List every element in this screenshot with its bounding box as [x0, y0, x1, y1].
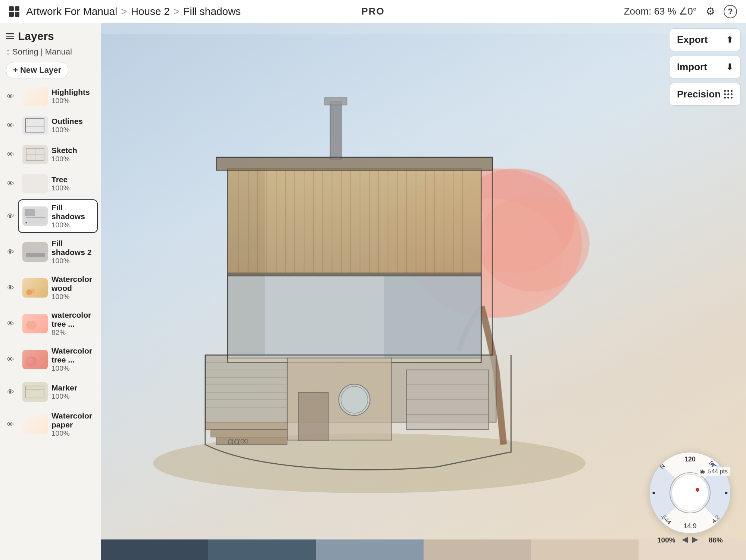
layer-eye-0[interactable]: 👁: [3, 89, 18, 104]
layer-item-7[interactable]: watercolor tree ...82%: [18, 307, 98, 340]
svg-rect-54: [216, 157, 493, 170]
layer-item-3[interactable]: Tree100%: [18, 170, 98, 197]
layer-thumb-5: [22, 242, 48, 262]
layer-name-6: Watercolor wood: [51, 275, 93, 293]
svg-rect-53: [228, 168, 481, 273]
svg-rect-7: [25, 209, 35, 216]
layer-item-0[interactable]: Highlights100%: [18, 83, 98, 110]
layer-row-2: 👁Sketch100%: [3, 141, 98, 168]
layer-name-10: Watercolor paper: [51, 411, 93, 429]
layer-name-2: Sketch: [51, 146, 93, 155]
wheel-right-nav[interactable]: ▶: [692, 535, 698, 544]
layer-eye-4[interactable]: 👁: [3, 209, 18, 224]
wheel-100-label: 100%: [657, 536, 675, 544]
layer-eye-9[interactable]: 👁: [3, 385, 18, 399]
layer-item-4[interactable]: ■Fill shadows100%: [18, 199, 98, 233]
layer-thumb-3: [22, 174, 48, 193]
layer-item-6[interactable]: Watercolor wood100%: [18, 271, 98, 305]
svg-rect-78: [216, 437, 287, 445]
color-strip: [101, 539, 746, 560]
layer-row-3: 👁Tree100%: [3, 170, 98, 197]
export-button[interactable]: Export ⬆: [669, 28, 741, 51]
layer-eye-8[interactable]: 👁: [3, 352, 18, 367]
layer-row-7: 👁watercolor tree ...82%: [3, 307, 98, 340]
top-bar: Artwork For Manual > House 2 > Fill shad…: [0, 0, 746, 23]
layer-row-9: 👁Marker100%: [3, 379, 98, 405]
layer-eye-3[interactable]: 👁: [3, 176, 18, 191]
color-swatch-4[interactable]: [531, 539, 639, 560]
layer-item-10[interactable]: Watercolor paper100%: [18, 408, 98, 441]
breadcrumb: Artwork For Manual > House 2 > Fill shad…: [26, 6, 241, 18]
zoom-label: Zoom: 63 % ∠0°: [624, 6, 697, 17]
layer-opacity-4: 100%: [51, 221, 93, 229]
svg-text:⊢: ⊢: [27, 121, 29, 124]
layer-name-3: Tree: [51, 175, 93, 184]
wheel-bottom-label: 14,9: [683, 522, 696, 530]
svg-rect-10: [26, 253, 45, 257]
hamburger-icon[interactable]: [6, 33, 14, 39]
layer-eye-10[interactable]: 👁: [3, 417, 18, 432]
layer-eye-2[interactable]: 👁: [3, 147, 18, 162]
color-swatch-3[interactable]: [424, 539, 531, 560]
wheel-left-nav[interactable]: ◀: [682, 535, 688, 544]
new-layer-button[interactable]: + New Layer: [6, 62, 68, 78]
breadcrumb-part3[interactable]: Fill shadows: [183, 6, 241, 18]
layer-item-2[interactable]: Sketch100%: [18, 141, 98, 168]
layer-eye-5[interactable]: 👁: [3, 245, 18, 259]
layer-row-8: 👁Watercolor tree ...100%: [3, 343, 98, 376]
color-swatch-2[interactable]: [316, 539, 423, 560]
layer-opacity-6: 100%: [51, 293, 93, 301]
layer-item-8[interactable]: Watercolor tree ...100%: [18, 343, 98, 376]
wheel-left-bottom-label: .544: [659, 513, 672, 526]
svg-rect-16: [25, 386, 44, 398]
sidebar-header: Layers: [0, 23, 101, 46]
layer-thumb-8: [22, 350, 48, 369]
sorting-button[interactable]: ↕ Sorting | Manual: [6, 47, 72, 57]
layer-name-8: Watercolor tree ...: [51, 346, 93, 364]
layer-eye-6[interactable]: 👁: [3, 280, 18, 295]
layer-thumb-0: [22, 87, 48, 106]
layers-title: Layers: [18, 30, 54, 43]
layer-eye-7[interactable]: 👁: [3, 316, 18, 331]
help-icon[interactable]: ?: [724, 5, 737, 18]
color-swatch-0[interactable]: [101, 539, 208, 560]
layer-name-9: Marker: [51, 383, 93, 392]
layers-list: 👁Highlights100%👁⊢Outlines100%👁Sketch100%…: [0, 83, 101, 560]
layer-item-1[interactable]: ⊢Outlines100%: [18, 112, 98, 139]
svg-point-12: [31, 289, 35, 293]
wheel-dot: [696, 488, 699, 492]
precision-button[interactable]: Precision: [669, 83, 741, 106]
breadcrumb-part1[interactable]: Artwork For Manual: [26, 6, 117, 18]
layer-opacity-2: 100%: [51, 155, 93, 163]
breadcrumb-part2[interactable]: House 2: [131, 6, 170, 18]
layer-thumb-6: [22, 278, 48, 298]
svg-point-15: [25, 357, 33, 363]
precision-wheel[interactable]: 120 81,1 ● 4,2 14,9 .544 ● N ↖ ◉ .544 pt…: [649, 452, 731, 534]
wheel-inner: ◉ .544 pts: [671, 474, 709, 511]
layer-opacity-7: 82%: [51, 329, 93, 337]
layer-item-5[interactable]: Fill shadows 2100%: [18, 235, 98, 269]
wheel-top-label: 120: [684, 455, 696, 463]
grid-dots-icon: [724, 90, 733, 99]
sidebar: Layers ↕ Sorting | Manual + New Layer 👁H…: [0, 23, 101, 560]
wheel-circle[interactable]: 120 81,1 ● 4,2 14,9 .544 ● N ↖ ◉ .544 pt…: [649, 452, 731, 534]
layer-opacity-10: 100%: [51, 429, 93, 438]
color-swatch-1[interactable]: [208, 539, 316, 560]
layer-opacity-5: 100%: [51, 257, 93, 265]
gear-icon[interactable]: ⚙: [703, 5, 717, 18]
layer-eye-1[interactable]: 👁: [3, 118, 18, 133]
svg-rect-80: [384, 276, 481, 358]
layer-name-5: Fill shadows 2: [51, 239, 93, 257]
layer-thumb-1: ⊢: [22, 116, 48, 135]
layer-name-7: watercolor tree ...: [51, 311, 93, 329]
layer-row-0: 👁Highlights100%: [3, 83, 98, 110]
svg-rect-55: [330, 101, 341, 159]
pro-badge: PRO: [361, 6, 384, 17]
layer-item-9[interactable]: Marker100%: [18, 379, 98, 405]
svg-text:αα∞: αα∞: [228, 434, 249, 447]
layer-opacity-9: 100%: [51, 392, 93, 401]
import-button[interactable]: Import ⬇: [669, 56, 741, 78]
app-grid-icon[interactable]: [9, 6, 19, 17]
layer-name-0: Highlights: [51, 88, 93, 97]
layer-name-1: Outlines: [51, 117, 93, 126]
